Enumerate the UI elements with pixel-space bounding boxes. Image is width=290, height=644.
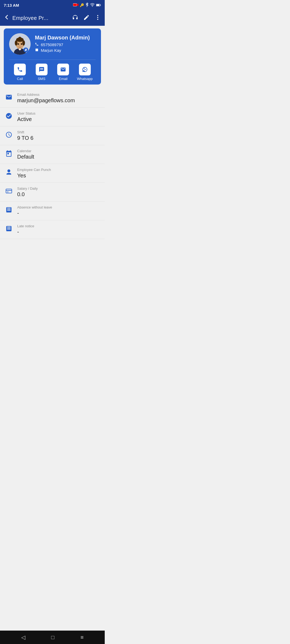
whatsapp-icon	[79, 64, 91, 75]
calendar-label: Calendar	[17, 149, 100, 153]
calendar-value: Default	[17, 154, 100, 160]
phone-icon	[35, 42, 39, 47]
avatar	[9, 33, 31, 55]
svg-point-3	[92, 6, 93, 6]
calendar-text: Calendar Default	[17, 149, 100, 160]
calendar-row: Calendar Default	[0, 145, 105, 164]
email-field-icon	[5, 93, 13, 101]
sms-button[interactable]: SMS	[34, 64, 50, 81]
profile-phone: 6575089797	[35, 42, 96, 47]
svg-point-20	[20, 45, 20, 46]
svg-rect-24	[6, 190, 12, 191]
user-status-icon	[5, 112, 13, 120]
whatsapp-button[interactable]: Whatsapp	[77, 64, 93, 81]
wifi-icon	[90, 3, 95, 8]
calendar-icon	[5, 149, 13, 158]
whatsapp-label: Whatsapp	[77, 77, 93, 81]
svg-point-18	[18, 43, 19, 45]
top-nav: Employee Pr...	[0, 10, 105, 26]
employee-can-punch-label: Employee Can Punch	[17, 168, 100, 172]
sms-label: SMS	[38, 77, 45, 81]
headset-icon[interactable]	[72, 14, 78, 22]
absence-value: -	[17, 210, 100, 216]
bluetooth-icon	[85, 3, 89, 8]
profile-actions: Call SMS Email Whatsapp	[9, 60, 96, 81]
salary-text: Salary / Daily 0.0	[17, 186, 100, 197]
svg-point-17	[22, 40, 25, 46]
svg-point-7	[97, 15, 98, 16]
svg-point-15	[18, 37, 21, 40]
employee-details: Email Address marjun@pageflows.com User …	[0, 87, 105, 241]
employee-can-punch-row: Employee Can Punch Yes	[0, 164, 105, 183]
call-icon	[14, 64, 26, 75]
shift-label: Shift	[17, 130, 100, 134]
absence-label: Absence without leave	[17, 205, 100, 209]
nav-actions	[72, 14, 101, 22]
late-notice-text: Late notice -	[17, 224, 100, 235]
camera-icon	[73, 3, 78, 8]
profile-info: Marj Dawson (Admin) 6575089797 Marjun Ka…	[35, 35, 96, 54]
email-address-text: Email Address marjun@pageflows.com	[17, 93, 100, 104]
salary-row: Salary / Daily 0.0	[0, 183, 105, 202]
employee-punch-icon	[5, 168, 13, 176]
shift-icon	[5, 131, 13, 139]
profile-company: Marjun Kay	[35, 48, 96, 53]
key-icon: 🔑	[80, 3, 84, 7]
shift-value: 9 TO 6	[17, 135, 100, 141]
status-time: 7:13 AM	[4, 3, 19, 8]
email-button[interactable]: Email	[55, 64, 71, 81]
profile-top: Marj Dawson (Admin) 6575089797 Marjun Ka…	[9, 33, 96, 55]
late-notice-label: Late notice	[17, 224, 100, 228]
profile-card: Marj Dawson (Admin) 6575089797 Marjun Ka…	[4, 28, 101, 85]
email-address-value: marjun@pageflows.com	[17, 97, 100, 104]
page-title: Employee Pr...	[12, 15, 69, 21]
late-notice-value: -	[17, 229, 100, 235]
email-label: Email	[59, 77, 68, 81]
call-label: Call	[17, 77, 23, 81]
shift-text: Shift 9 TO 6	[17, 130, 100, 141]
user-status-label: User Status	[17, 111, 100, 115]
more-menu-icon[interactable]	[95, 14, 101, 22]
user-status-text: User Status Active	[17, 111, 100, 122]
salary-value: 0.0	[17, 191, 100, 197]
absence-icon	[5, 206, 13, 214]
email-action-icon	[57, 64, 69, 75]
svg-rect-5	[96, 4, 99, 6]
call-button[interactable]: Call	[12, 64, 28, 81]
sms-icon	[36, 64, 48, 75]
svg-rect-23	[6, 189, 12, 193]
late-notice-icon	[5, 225, 13, 233]
absence-row: Absence without leave -	[0, 202, 105, 220]
svg-rect-6	[100, 5, 101, 5]
user-status-value: Active	[17, 116, 100, 122]
email-address-label: Email Address	[17, 93, 100, 97]
shift-row: Shift 9 TO 6	[0, 126, 105, 145]
user-status-row: User Status Active	[0, 108, 105, 126]
svg-point-19	[21, 43, 22, 45]
status-bar: 7:13 AM 🔑	[0, 0, 105, 10]
profile-name: Marj Dawson (Admin)	[35, 35, 96, 41]
employee-can-punch-value: Yes	[17, 173, 100, 179]
email-address-row: Email Address marjun@pageflows.com	[0, 89, 105, 108]
battery-icon	[96, 3, 101, 7]
company-icon	[35, 48, 39, 53]
back-button[interactable]	[4, 14, 10, 22]
svg-point-16	[15, 40, 17, 46]
status-icons: 🔑	[73, 3, 101, 8]
svg-rect-25	[7, 192, 9, 192]
edit-icon[interactable]	[83, 14, 90, 22]
svg-marker-1	[77, 3, 78, 6]
salary-label: Salary / Daily	[17, 186, 100, 191]
company-name: Marjun Kay	[41, 48, 61, 53]
salary-icon	[5, 187, 13, 195]
late-notice-row: Late notice -	[0, 220, 105, 239]
phone-number: 6575089797	[41, 42, 63, 47]
svg-point-8	[97, 17, 98, 18]
svg-point-9	[97, 19, 98, 20]
svg-rect-0	[73, 3, 77, 6]
absence-text: Absence without leave -	[17, 205, 100, 216]
employee-can-punch-text: Employee Can Punch Yes	[17, 168, 100, 179]
